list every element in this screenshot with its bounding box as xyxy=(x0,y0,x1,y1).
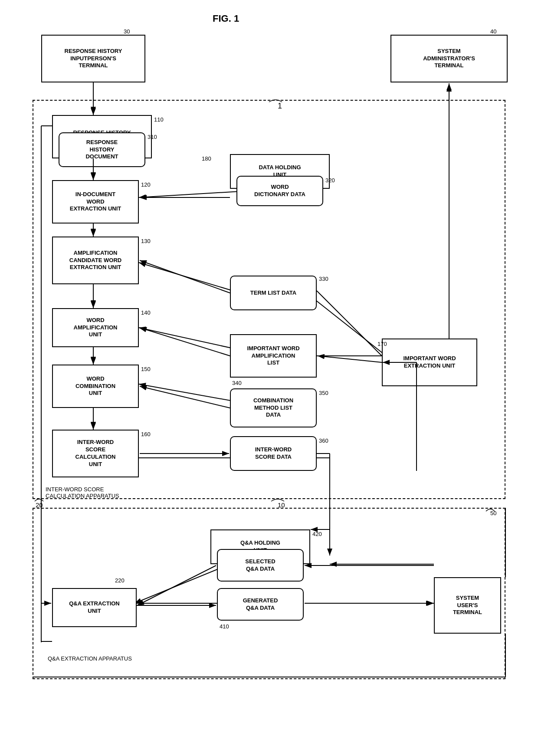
ref-310: 310 xyxy=(148,134,157,140)
ref-150: 150 xyxy=(141,366,151,372)
important-word-extraction: IMPORTANT WORDEXTRACTION UNIT xyxy=(382,339,477,386)
ref-330: 330 xyxy=(319,276,328,282)
ref-50: 50 xyxy=(490,510,496,516)
ref-120: 120 xyxy=(141,181,151,188)
ref-420: 420 xyxy=(312,531,322,537)
ref-140: 140 xyxy=(141,309,151,316)
ref-170: 170 xyxy=(377,341,387,347)
ref-130: 130 xyxy=(141,238,151,244)
ref-180: 180 xyxy=(202,155,211,162)
response-history-doc: RESPONSEHISTORYDOCUMENT xyxy=(59,132,145,167)
in-document-word: IN-DOCUMENTWORDEXTRACTION UNIT xyxy=(52,180,139,224)
ref-320: 320 xyxy=(325,177,335,184)
word-dictionary-data: WORDDICTIONARY DATA xyxy=(236,176,323,206)
ref-220: 220 xyxy=(115,577,125,584)
word-combination: WORDCOMBINATIONUNIT xyxy=(52,365,139,408)
response-history-terminal: RESPONSE HISTORYINPUTPERSON'STERMINAL xyxy=(41,35,145,82)
ref-1: 1 xyxy=(278,102,282,111)
ref-160: 160 xyxy=(141,431,151,437)
apparatus-label: INTER-WORD SCORECALCULATION APPARATUS xyxy=(46,486,119,499)
important-word-amp-list: IMPORTANT WORDAMPLIFICATIONLIST xyxy=(230,334,317,378)
qa-apparatus-label: Q&A EXTRACTION APPARATUS xyxy=(48,655,132,662)
ref-350: 350 xyxy=(319,390,328,396)
ref-30: 30 xyxy=(124,28,130,35)
ref-340: 340 xyxy=(232,380,242,386)
term-list-data: TERM LIST DATA xyxy=(230,276,317,310)
diagram-title: FIG. 1 xyxy=(213,13,239,24)
generated-qa-data: GENERATEDQ&A DATA xyxy=(217,588,304,621)
qa-extraction-unit: Q&A EXTRACTIONUNIT xyxy=(52,588,137,627)
ref-40: 40 xyxy=(490,28,496,35)
inter-word-calc: INTER-WORDSCORECALCULATIONUNIT xyxy=(52,430,139,477)
selected-qa-data: SELECTEDQ&A DATA xyxy=(217,549,304,582)
system-admin-terminal: SYSTEMADMINISTRATOR'STERMINAL xyxy=(390,35,508,82)
amplification-candidate: AMPLIFICATIONCANDIDATE WORDEXTRACTION UN… xyxy=(52,237,139,284)
system-user-terminal: SYSTEMUSER'STERMINAL xyxy=(434,577,501,634)
inter-word-data: INTER-WORDSCORE DATA xyxy=(230,436,317,471)
ref-410: 410 xyxy=(220,623,229,630)
combination-method: COMBINATIONMETHOD LISTDATA xyxy=(230,388,317,427)
word-amplification: WORDAMPLIFICATIONUNIT xyxy=(52,308,139,347)
ref-110: 110 xyxy=(154,116,164,123)
ref-360: 360 xyxy=(319,437,328,444)
